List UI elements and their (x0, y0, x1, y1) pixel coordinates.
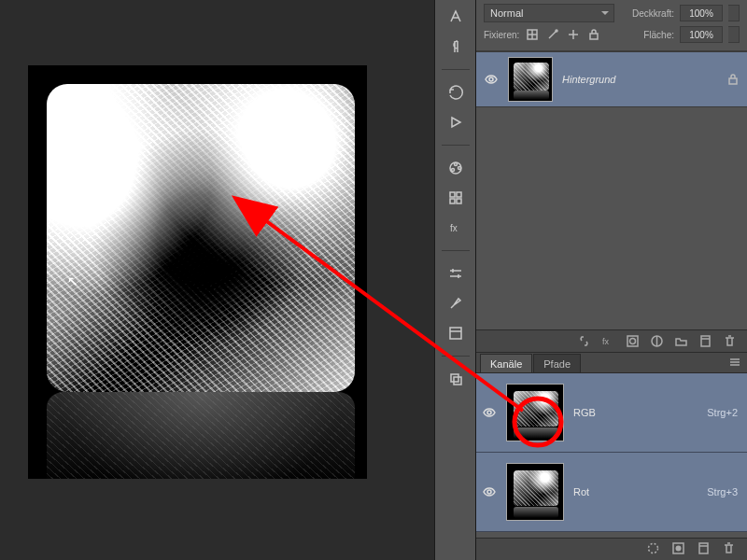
svg-rect-7 (457, 199, 461, 203)
layer-mask-icon[interactable] (626, 334, 641, 349)
fill-stepper[interactable] (728, 26, 740, 43)
fill-input[interactable]: 100% (680, 26, 723, 43)
actions-panel-icon[interactable] (443, 111, 469, 133)
history-panel-icon[interactable] (443, 81, 469, 104)
svg-point-23 (487, 490, 491, 494)
visibility-toggle-icon[interactable] (482, 405, 497, 420)
lock-transparency-icon[interactable] (525, 27, 540, 42)
new-layer-icon[interactable] (698, 334, 713, 349)
color-panel-icon[interactable] (443, 187, 469, 209)
image-ice-cube (47, 84, 355, 392)
channel-row-rgb[interactable]: RGB Strg+2 (476, 373, 747, 453)
channels-panel: Kanäle Pfade RGB Strg+2 (476, 352, 747, 560)
channel-thumbnail[interactable] (506, 384, 564, 441)
layers-bottom-toolbar: fx (476, 329, 747, 352)
cursor-pointer: ↖ (67, 273, 78, 288)
channel-row-red[interactable]: Rot Strg+3 (476, 453, 747, 532)
svg-point-3 (451, 169, 454, 172)
link-layers-icon[interactable] (577, 334, 592, 349)
panel-menu-icon[interactable] (728, 356, 743, 369)
layer-name: Hintergrund (562, 74, 717, 85)
svg-point-1 (454, 163, 457, 166)
channel-thumbnail[interactable] (506, 463, 564, 521)
fill-label: Fläche: (643, 30, 674, 40)
layers-list: Hintergrund fx (476, 51, 747, 352)
channel-shortcut: Strg+3 (707, 486, 738, 497)
delete-layer-icon[interactable] (723, 334, 738, 349)
svg-text:fx: fx (602, 337, 610, 346)
channel-shortcut: Strg+2 (707, 407, 738, 418)
brushes-panel-icon[interactable] (443, 292, 469, 315)
svg-point-24 (649, 544, 658, 553)
svg-point-22 (487, 411, 491, 414)
svg-rect-11 (454, 377, 461, 385)
svg-rect-16 (729, 78, 737, 84)
layer-effects-icon[interactable]: fx (601, 334, 616, 349)
svg-rect-6 (450, 199, 455, 203)
visibility-toggle-icon[interactable] (482, 484, 497, 499)
properties-panel-icon[interactable] (443, 322, 469, 344)
opacity-input[interactable]: 100% (680, 5, 723, 21)
tab-paths[interactable]: Pfade (533, 354, 581, 372)
opacity-label: Deckkraft: (632, 8, 674, 19)
opacity-stepper[interactable] (728, 5, 740, 21)
svg-text:fx: fx (450, 223, 458, 233)
blend-mode-value: Normal (490, 7, 523, 19)
styles-panel-icon[interactable]: fx (443, 217, 469, 239)
new-group-icon[interactable] (674, 334, 689, 349)
svg-rect-21 (701, 336, 710, 346)
layer-row[interactable]: Hintergrund (476, 51, 747, 107)
channels-bottom-toolbar (476, 538, 747, 560)
svg-rect-9 (450, 328, 461, 339)
layers-panel-options: Normal Deckkraft: 100% Fixieren: Fläche:… (476, 0, 747, 51)
character-panel-icon[interactable] (443, 6, 469, 28)
load-selection-icon[interactable] (646, 541, 660, 557)
visibility-toggle-icon[interactable] (484, 72, 499, 87)
svg-point-15 (489, 77, 493, 81)
channel-name: Rot (573, 486, 698, 497)
svg-rect-5 (457, 192, 461, 197)
svg-rect-14 (590, 34, 598, 39)
layers-panel-icon[interactable] (443, 368, 469, 390)
document-workspace[interactable]: ↖ (0, 0, 434, 560)
swatches-panel-icon[interactable] (443, 157, 469, 179)
lock-position-icon[interactable] (566, 27, 581, 42)
document-canvas[interactable]: ↖ (28, 65, 367, 479)
svg-point-26 (676, 546, 682, 552)
adjustment-layer-icon[interactable] (650, 334, 665, 349)
blend-mode-dropdown[interactable]: Normal (484, 4, 614, 22)
svg-rect-4 (450, 192, 455, 197)
svg-point-0 (450, 162, 461, 174)
collapsed-panel-dock: fx (434, 0, 476, 560)
new-channel-icon[interactable] (697, 541, 711, 557)
panel-tabs: Kanäle Pfade (476, 353, 747, 373)
svg-rect-10 (451, 374, 458, 382)
right-panel-group: Normal Deckkraft: 100% Fixieren: Fläche:… (476, 0, 747, 560)
tab-channels[interactable]: Kanäle (480, 354, 532, 372)
channel-name: RGB (573, 407, 698, 418)
save-selection-icon[interactable] (671, 541, 685, 557)
lock-icon (726, 73, 740, 86)
lock-label: Fixieren: (484, 30, 519, 40)
lock-all-icon[interactable] (586, 27, 601, 42)
svg-point-19 (630, 338, 636, 343)
layer-thumbnail[interactable] (508, 57, 553, 102)
paragraph-panel-icon[interactable] (443, 35, 469, 58)
svg-rect-18 (627, 336, 638, 346)
adjustments-panel-icon[interactable] (443, 262, 469, 285)
delete-channel-icon[interactable] (722, 541, 736, 557)
svg-point-2 (458, 167, 460, 170)
lock-pixels-icon[interactable] (545, 27, 560, 42)
channels-list: RGB Strg+2 Rot Strg+3 (476, 373, 747, 538)
svg-rect-27 (699, 543, 708, 553)
image-reflection (47, 392, 355, 479)
